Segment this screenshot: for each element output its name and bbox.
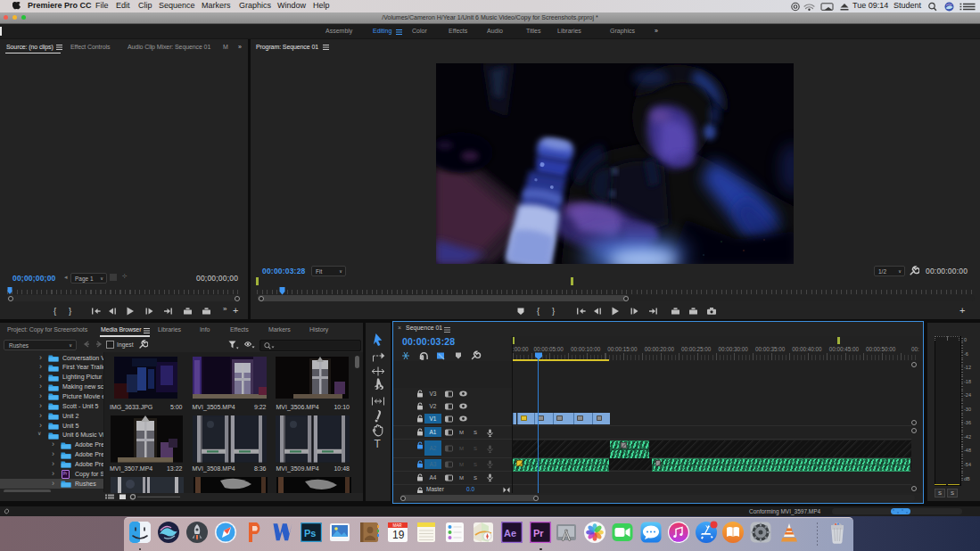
svg-text:MAR: MAR [392, 523, 402, 528]
svg-text:+: + [959, 305, 965, 316]
svg-text:{: { [54, 306, 56, 316]
svg-text:Pr: Pr [533, 528, 544, 539]
svg-text:Ae: Ae [504, 528, 516, 539]
svg-text:+: + [233, 305, 238, 316]
svg-text:T: T [375, 438, 382, 450]
svg-text:}: } [69, 306, 71, 316]
svg-text:»: » [223, 305, 227, 313]
svg-text:}: } [552, 306, 555, 316]
svg-text:Ps: Ps [304, 528, 316, 539]
svg-text:{: { [537, 306, 539, 316]
svg-text:19: 19 [392, 529, 405, 541]
